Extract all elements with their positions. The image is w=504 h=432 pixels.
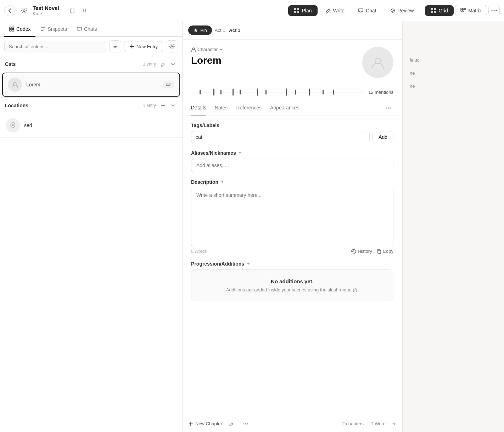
progression-sparkle-icon: ✦ (246, 261, 250, 266)
aliases-section: Aliases/Nicknames ✦ (191, 150, 393, 172)
progression-desc: Additions are added inside your scenes u… (198, 287, 386, 292)
filter-button[interactable] (109, 40, 121, 52)
timeline-bar (213, 89, 214, 96)
mentions-bar: 12 mentions (183, 84, 402, 101)
sidebar-toolbar: New Entry (0, 37, 182, 56)
timeline-track (191, 92, 364, 92)
timeline-bar (309, 89, 310, 96)
top-navigation: Test Novel Kate Plan Write Chat Review (0, 0, 504, 21)
entry-avatar-lorem (8, 78, 22, 92)
character-avatar (362, 47, 393, 78)
back-button[interactable] (4, 5, 16, 16)
tabs-more-button[interactable] (383, 103, 393, 113)
tag-input[interactable] (191, 131, 370, 143)
new-entry-button[interactable]: New Entry (124, 41, 163, 52)
tab-notes[interactable]: Notes (215, 101, 228, 115)
svg-rect-15 (464, 8, 466, 10)
character-info: Character Lorem (191, 47, 357, 66)
description-textarea[interactable] (191, 188, 393, 247)
description-footer: 0 Words History Copy (191, 249, 393, 254)
progression-title: No additions yet. (198, 278, 386, 284)
svg-point-19 (494, 10, 495, 11)
entry-item-sed[interactable]: sed (0, 113, 182, 137)
new-chapter-button[interactable]: New Chapter (188, 421, 222, 426)
pause-button[interactable] (80, 7, 89, 15)
svg-point-34 (243, 423, 244, 424)
more-chapter-button[interactable] (241, 419, 251, 429)
svg-rect-33 (378, 250, 381, 254)
locations-section: Locations 1 entry sed (0, 98, 182, 138)
detail-form: Tags/Labels Add Aliases/Nicknames ✦ (183, 115, 402, 308)
chat-tab-button[interactable]: Chat (352, 5, 382, 16)
add-tag-button[interactable]: Add (373, 131, 393, 143)
tab-references[interactable]: References (236, 101, 262, 115)
cats-edit-button[interactable] (159, 60, 167, 68)
timeline-bar (286, 89, 287, 96)
review-tab-button[interactable]: Review (384, 5, 420, 16)
sidebar: Codex Snippets Chats New Entry (0, 21, 183, 432)
aliases-input[interactable] (191, 159, 393, 172)
write-tab-button[interactable]: Write (320, 5, 350, 16)
plan-tab-button[interactable]: Plan (288, 5, 317, 16)
svg-rect-21 (10, 27, 11, 29)
svg-rect-1 (83, 9, 84, 12)
nav-right-controls: Grid Matrix (425, 5, 500, 16)
main-content: Pin Act 1: Act 1 Character Lorem (183, 21, 504, 432)
grid-view-button[interactable]: Grid (425, 5, 453, 16)
tab-details[interactable]: Details (191, 101, 206, 115)
cats-section: Cats 1 entry Lorem cat (0, 56, 182, 98)
timeline-bar (265, 90, 267, 95)
search-input[interactable] (4, 41, 106, 52)
svg-point-0 (23, 10, 25, 11)
svg-point-25 (171, 46, 173, 47)
svg-rect-5 (294, 11, 296, 13)
locations-section-header[interactable]: Locations 1 entry (0, 98, 182, 113)
more-options-button[interactable] (488, 5, 500, 16)
rp-text-1: feluci (410, 57, 497, 64)
settings-icon[interactable] (18, 5, 30, 16)
svg-rect-12 (434, 11, 436, 13)
cats-section-header[interactable]: Cats 1 entry (0, 56, 182, 72)
cats-collapse-button[interactable] (169, 60, 177, 68)
locations-collapse-button[interactable] (169, 101, 177, 110)
character-type-button[interactable]: Character (191, 47, 223, 52)
svg-rect-4 (297, 8, 299, 10)
tab-appearances[interactable]: Appearances (270, 101, 299, 115)
svg-rect-17 (463, 10, 464, 11)
svg-rect-11 (431, 11, 433, 13)
description-label: Description ✦ (191, 179, 393, 185)
svg-rect-13 (461, 8, 462, 10)
timeline-bar (220, 90, 222, 95)
tags-section: Tags/Labels Add (191, 123, 393, 143)
svg-point-32 (390, 107, 391, 108)
progression-section: Progression/Additions ✦ No additions yet… (191, 261, 393, 301)
timeline-bar (295, 90, 296, 95)
sidebar-tab-chats[interactable]: Chats (72, 21, 102, 37)
matrix-view-button[interactable]: Matrix (455, 5, 487, 16)
locations-add-button[interactable] (159, 101, 167, 110)
svg-rect-16 (461, 10, 462, 11)
entry-item-lorem[interactable]: Lorem cat (2, 73, 180, 97)
description-sparkle-icon: ✦ (220, 180, 224, 184)
nav-center-tabs: Plan Write Chat Review (288, 5, 419, 16)
svg-rect-10 (434, 8, 436, 10)
character-name: Lorem (191, 55, 357, 66)
pin-button[interactable]: Pin (188, 25, 212, 35)
project-title-block: Test Novel Kate (33, 5, 59, 16)
project-subtitle: Kate (33, 11, 59, 16)
edit-chapter-button[interactable] (226, 419, 236, 429)
rp-text-3: ne (410, 83, 497, 90)
sparkle-icon: ✦ (238, 150, 242, 155)
codex-settings-button[interactable] (166, 40, 178, 52)
description-actions: History Copy (351, 249, 393, 254)
svg-point-27 (12, 124, 13, 126)
sidebar-tab-codex[interactable]: Codex (4, 21, 35, 37)
svg-point-18 (492, 10, 493, 11)
sidebar-tab-snippets[interactable]: Snippets (35, 21, 72, 37)
timeline-bar (333, 90, 334, 95)
collapse-button[interactable] (68, 7, 77, 15)
right-panel: feluci ne ne (402, 21, 504, 432)
copy-button[interactable]: Copy (376, 249, 393, 254)
svg-rect-22 (12, 27, 14, 29)
history-button[interactable]: History (351, 249, 372, 254)
